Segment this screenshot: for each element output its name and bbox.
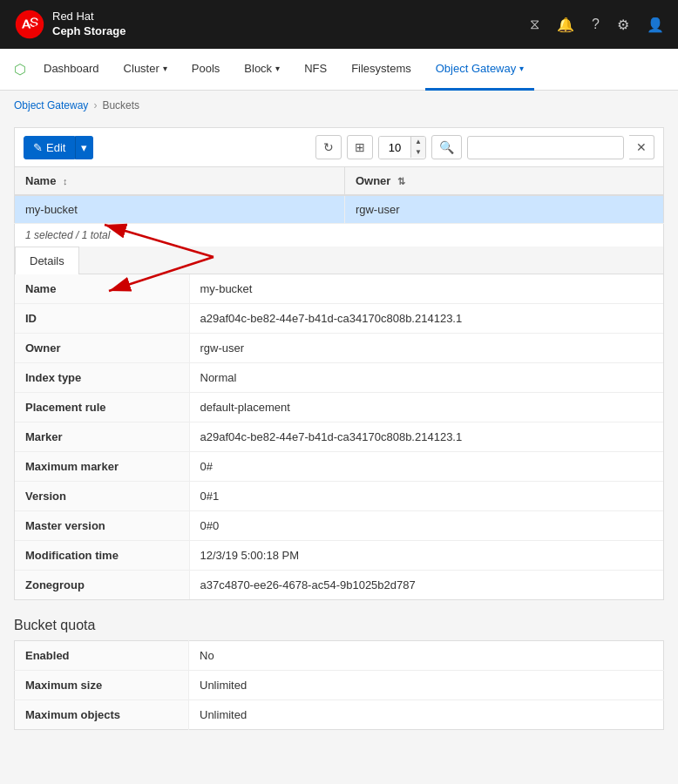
col-owner[interactable]: Owner ⇅: [344, 167, 663, 196]
owner-sort-icon: ⇅: [397, 176, 405, 186]
details-value: a29af04c-be82-44e7-b41d-ca34170c808b.214…: [189, 304, 663, 334]
name-sort-icon: ↕: [63, 176, 68, 186]
details-row: Markera29af04c-be82-44e7-b41d-ca34170c80…: [15, 422, 663, 452]
details-key: Master version: [15, 511, 189, 541]
details-row: Ownerrgw-user: [15, 334, 663, 363]
svg-point-0: [16, 10, 44, 38]
buckets-table: Name ↕ Owner ⇅ my-bucket rgw-user: [14, 166, 664, 224]
grid-view-button[interactable]: ⊞: [347, 135, 373, 159]
page-size-up-button[interactable]: ▲: [411, 137, 425, 147]
details-row: Placement ruledefault-placement: [15, 393, 663, 422]
brand: Red Hat Ceph Storage: [14, 9, 126, 40]
bucket-owner-cell: rgw-user: [344, 195, 663, 224]
details-value: 0#1: [189, 482, 663, 511]
details-value: a37c4870-ee26-4678-ac54-9b1025b2d787: [189, 571, 663, 600]
subnav-item-nfs[interactable]: NFS: [294, 49, 337, 91]
quota-row: Maximum objectsUnlimited: [15, 700, 664, 730]
details-table-body: Namemy-bucketIDa29af04c-be82-44e7-b41d-c…: [15, 274, 663, 599]
page-size-down-button[interactable]: ▼: [411, 147, 425, 158]
details-panel: Details Namemy-bucketIDa29af04c-be82-44e…: [14, 247, 664, 600]
search-button[interactable]: 🔍: [431, 135, 462, 159]
selection-info: 1 selected / 1 total: [14, 224, 664, 247]
brand-text: Red Hat Ceph Storage: [52, 10, 126, 39]
details-value: 0#: [189, 452, 663, 482]
navbar-icons: ⧖ 🔔 ? ⚙ 👤: [530, 17, 664, 33]
table-row[interactable]: my-bucket rgw-user: [15, 195, 664, 224]
details-key: Marker: [15, 422, 189, 452]
subnav-dashboard-icon: ⬡: [14, 61, 26, 78]
details-tabs: Details: [15, 247, 663, 274]
edit-button[interactable]: ✎ Edit: [24, 136, 75, 159]
gear-icon[interactable]: ⚙: [617, 17, 629, 33]
page-size-control: ▲ ▼: [378, 136, 426, 159]
details-key: Index type: [15, 363, 189, 393]
details-row: Maximum marker0#: [15, 452, 663, 482]
quota-key: Maximum size: [15, 671, 189, 700]
quota-table-body: EnabledNoMaximum sizeUnlimitedMaximum ob…: [15, 641, 664, 730]
edit-dropdown-button[interactable]: ▾: [75, 136, 93, 159]
details-value: a29af04c-be82-44e7-b41d-ca34170c808b.214…: [189, 422, 663, 452]
details-key: ID: [15, 304, 189, 334]
subnav-item-cluster[interactable]: Cluster ▾: [113, 49, 178, 91]
navbar: Red Hat Ceph Storage ⧖ 🔔 ? ⚙ 👤: [0, 0, 678, 49]
details-key: Modification time: [15, 541, 189, 571]
details-row: Index typeNormal: [15, 363, 663, 393]
clear-search-button[interactable]: ✕: [629, 135, 654, 159]
subnav-item-object-gateway[interactable]: Object Gateway ▾: [425, 49, 535, 91]
details-row: Namemy-bucket: [15, 274, 663, 304]
quota-value: No: [189, 641, 664, 671]
tab-details[interactable]: Details: [15, 247, 79, 274]
brand-line1: Red Hat: [52, 10, 126, 24]
details-row: IDa29af04c-be82-44e7-b41d-ca34170c808b.2…: [15, 304, 663, 334]
details-key: Maximum marker: [15, 452, 189, 482]
page-size-arrows: ▲ ▼: [410, 137, 425, 157]
details-value: my-bucket: [189, 274, 663, 304]
toolbar-right: ↻ ⊞ ▲ ▼ 🔍 ✕: [315, 135, 654, 159]
details-key: Placement rule: [15, 393, 189, 422]
details-value: default-placement: [189, 393, 663, 422]
table-toolbar: ✎ Edit ▾ ↻ ⊞ ▲ ▼ 🔍 ✕: [14, 127, 664, 166]
quota-row: Maximum sizeUnlimited: [15, 671, 664, 700]
main-content: ✎ Edit ▾ ↻ ⊞ ▲ ▼ 🔍 ✕: [0, 120, 678, 744]
col-name[interactable]: Name ↕: [15, 167, 345, 196]
details-row: Master version0#0: [15, 511, 663, 541]
details-row: Version0#1: [15, 482, 663, 511]
details-value: Normal: [189, 363, 663, 393]
brand-line2: Ceph Storage: [52, 24, 126, 39]
refresh-button[interactable]: ↻: [315, 135, 342, 159]
details-row: Zonegroupa37c4870-ee26-4678-ac54-9b1025b…: [15, 571, 663, 600]
block-caret-icon: ▾: [275, 64, 280, 73]
breadcrumb-separator: ›: [93, 99, 97, 112]
edit-button-group: ✎ Edit ▾: [24, 136, 93, 159]
subnav-item-block[interactable]: Block ▾: [234, 49, 290, 91]
details-value: 12/3/19 5:00:18 PM: [189, 541, 663, 571]
quota-value: Unlimited: [189, 700, 664, 730]
page-size-input[interactable]: [379, 137, 410, 159]
details-value: rgw-user: [189, 334, 663, 363]
quota-value: Unlimited: [189, 671, 664, 700]
subnav-item-dashboard[interactable]: Dashboard: [33, 49, 110, 91]
bell-icon[interactable]: 🔔: [557, 17, 574, 33]
details-value: 0#0: [189, 511, 663, 541]
object-gateway-caret-icon: ▾: [519, 64, 524, 73]
quota-key: Enabled: [15, 641, 189, 671]
subnav-item-filesystems[interactable]: Filesystems: [341, 49, 422, 91]
pencil-icon: ✎: [33, 141, 43, 154]
subnav-item-pools[interactable]: Pools: [181, 49, 231, 91]
edit-caret-icon: ▾: [81, 141, 87, 154]
breadcrumb: Object Gateway › Buckets: [0, 91, 678, 120]
help-icon[interactable]: ?: [592, 17, 600, 32]
quota-row: EnabledNo: [15, 641, 664, 671]
search-input[interactable]: [467, 136, 624, 159]
breadcrumb-buckets: Buckets: [102, 99, 139, 112]
breadcrumb-object-gateway[interactable]: Object Gateway: [14, 99, 88, 112]
bucket-name-cell: my-bucket: [15, 195, 345, 224]
tasks-icon[interactable]: ⧖: [530, 17, 539, 32]
details-key: Name: [15, 274, 189, 304]
details-key: Owner: [15, 334, 189, 363]
details-row: Modification time12/3/19 5:00:18 PM: [15, 541, 663, 571]
user-icon[interactable]: 👤: [647, 17, 664, 33]
details-key: Zonegroup: [15, 571, 189, 600]
details-table: Namemy-bucketIDa29af04c-be82-44e7-b41d-c…: [15, 274, 663, 599]
cluster-caret-icon: ▾: [163, 64, 167, 73]
